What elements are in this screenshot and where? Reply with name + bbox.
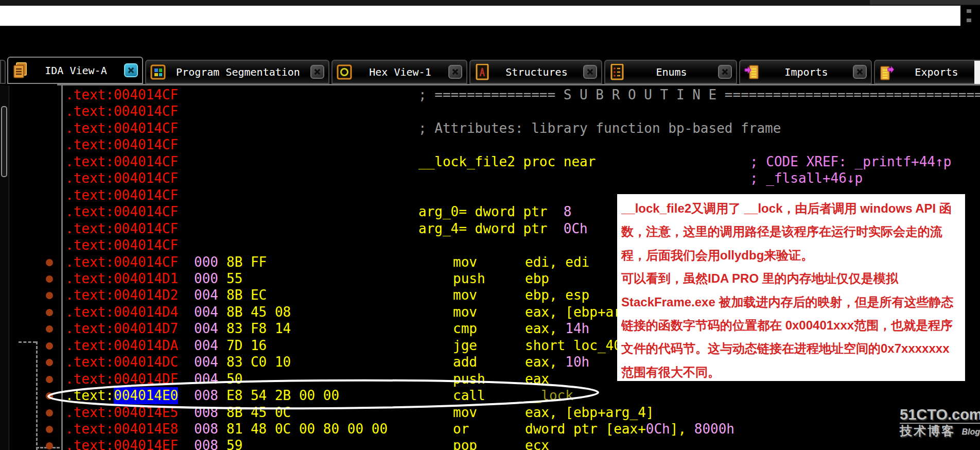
byte-codes: 8B 45 08 xyxy=(226,304,291,320)
listing-row[interactable]: .text:004014CF__lock_file2 proc near; CO… xyxy=(65,153,980,170)
listing-row[interactable]: .text:004014CF xyxy=(65,136,980,153)
listing-row[interactable]: .text:004014EF00859popecx xyxy=(65,437,980,450)
stack-depth: 008 xyxy=(194,387,218,404)
row-address: .text:004014CF xyxy=(65,136,178,153)
row-address-prefix: .text: xyxy=(65,387,114,404)
row-address: .text:004014D1 xyxy=(65,270,178,287)
operands: __lock xyxy=(525,387,573,404)
tab-exports[interactable]: Exports xyxy=(874,60,980,84)
tab-structures[interactable]: Structures xyxy=(469,60,602,84)
tab-program-segmentation[interactable]: Program Segmentation xyxy=(145,60,329,84)
operands: ebp, esp xyxy=(525,287,589,303)
row-address: .text:004014D7 xyxy=(65,320,178,337)
mnemonic: push xyxy=(453,371,485,387)
row-address: .text:004014DA xyxy=(65,337,178,354)
instruction-dot xyxy=(46,325,53,333)
tab-hex-view-1[interactable]: Hex View-1 xyxy=(331,60,467,84)
operands: ebp xyxy=(525,270,549,287)
stack-depth: 004 xyxy=(194,287,218,303)
close-icon[interactable] xyxy=(718,65,732,79)
scroll-down-arrow[interactable] xyxy=(967,19,971,22)
function-bracket-dash xyxy=(36,341,38,450)
stack-depth: 004 xyxy=(194,320,218,337)
operands: dword ptr [eax+0Ch], 8000h xyxy=(525,421,734,437)
row-address: .text:004014CF xyxy=(65,187,178,203)
byte-codes: E8 54 2B 00 00 xyxy=(226,387,339,404)
instruction-dot xyxy=(46,426,53,433)
tab-label: Structures xyxy=(494,66,579,78)
tab-label: IDA View-A xyxy=(32,64,120,77)
row-address: .text:004014CF xyxy=(65,254,178,270)
listing-row[interactable]: .text:004014E0008E8 54 2B 00 00call__loc… xyxy=(65,387,980,404)
mnemonic: call xyxy=(453,387,485,404)
operands: ecx xyxy=(525,437,549,450)
listing-row[interactable]: .text:004014CF xyxy=(65,103,980,120)
byte-codes: 83 C0 10 xyxy=(226,354,291,370)
proc-declaration: __lock_file2 proc near xyxy=(418,153,596,170)
byte-codes: 8B EC xyxy=(226,287,267,303)
mnemonic: push xyxy=(453,270,485,287)
mnemonic: add xyxy=(453,354,477,370)
program-segmentation-icon xyxy=(150,64,166,80)
stack-depth: 004 xyxy=(194,337,218,354)
tab-ida-view-a[interactable]: IDA View-A xyxy=(7,57,143,84)
listing-row[interactable]: .text:004014CF; _flsall+46↓p xyxy=(65,170,980,187)
vertical-scrollbar[interactable] xyxy=(0,85,9,450)
stack-depth: 008 xyxy=(194,421,218,437)
arg-definition: arg_0= dword ptr 8 xyxy=(418,203,571,220)
annotation-line: 范围有很大不同。 xyxy=(621,360,961,384)
close-icon[interactable] xyxy=(310,65,324,79)
window-top-strip-right xyxy=(870,0,980,5)
tab-label: Enums xyxy=(629,66,714,78)
close-icon[interactable] xyxy=(448,65,462,79)
annotation-line: 文件的代码节。这与动态链接在进程地址空间的0x7xxxxxxx xyxy=(621,337,961,360)
stack-depth: 004 xyxy=(194,304,218,320)
listing-row[interactable]: .text:004014CF; =============== S U B R … xyxy=(65,86,980,103)
mnemonic: cmp xyxy=(453,320,477,337)
listing-row[interactable]: .text:004014E800881 48 0C 00 80 00 00ord… xyxy=(65,421,980,438)
top-input-bar[interactable] xyxy=(0,6,960,26)
operands: eax xyxy=(525,371,549,387)
listing-row[interactable]: .text:004014E50088B 45 0Cmoveax, [ebp+ar… xyxy=(65,404,980,421)
imports-icon xyxy=(744,64,760,80)
close-icon[interactable] xyxy=(853,65,867,79)
watermark: 51CTO.com 技术博客 Blog xyxy=(900,407,980,438)
function-bracket-dash xyxy=(19,341,36,343)
byte-codes: 55 xyxy=(226,270,242,287)
stack-depth: 004 xyxy=(194,354,218,370)
byte-codes: 81 48 0C 00 80 00 00 xyxy=(226,421,388,437)
mnemonic: mov xyxy=(453,287,477,303)
pane-border-top xyxy=(57,84,980,85)
instruction-dot xyxy=(46,292,53,299)
scrollbar-thumb[interactable] xyxy=(1,106,7,177)
instruction-dot xyxy=(46,309,53,316)
annotation-line: 可以看到，虽然IDA PRO 里的内存地址仅仅是模拟 xyxy=(621,267,961,290)
xref-comment: ; CODE XREF: _printf+44↑p xyxy=(750,153,951,170)
row-address: .text:004014E8 xyxy=(65,421,178,437)
watermark-blog-en: Blog xyxy=(961,427,980,437)
close-icon[interactable] xyxy=(583,65,597,79)
mnemonic: mov xyxy=(453,404,477,421)
annotation-line: 程，后面我们会用ollydbg来验证。 xyxy=(621,244,961,267)
instruction-dot xyxy=(46,409,53,417)
instruction-dot xyxy=(46,259,53,266)
exports-icon xyxy=(879,64,895,80)
watermark-blog-cn: 技术博客 xyxy=(900,424,955,438)
tab-enums[interactable]: Enums xyxy=(604,60,737,84)
instruction-dot xyxy=(46,392,53,400)
instruction-dot xyxy=(46,342,53,350)
row-address: .text:004014CF xyxy=(65,86,178,103)
scroll-up-arrow[interactable] xyxy=(967,9,971,13)
close-icon[interactable] xyxy=(124,63,138,77)
tab-imports[interactable]: Imports xyxy=(739,60,872,84)
stack-depth: 008 xyxy=(194,404,218,421)
annotation-line: 链接的函数字节码的位置都在 0x00401xxx范围，也就是程序 xyxy=(621,314,961,337)
listing-row[interactable]: .text:004014CF; Attributes: library func… xyxy=(65,120,980,137)
row-address: .text:004014CF xyxy=(65,103,178,119)
window-top-strip xyxy=(0,0,980,5)
row-address: .text:004014DC xyxy=(65,354,178,370)
row-address: .text:004014D2 xyxy=(65,287,178,303)
row-address: .text:004014E5 xyxy=(65,404,178,421)
ida-pro-window: IDA View-A Program Segmentation Hex View… xyxy=(0,0,980,450)
xref-comment: ; _flsall+46↓p xyxy=(750,170,863,186)
